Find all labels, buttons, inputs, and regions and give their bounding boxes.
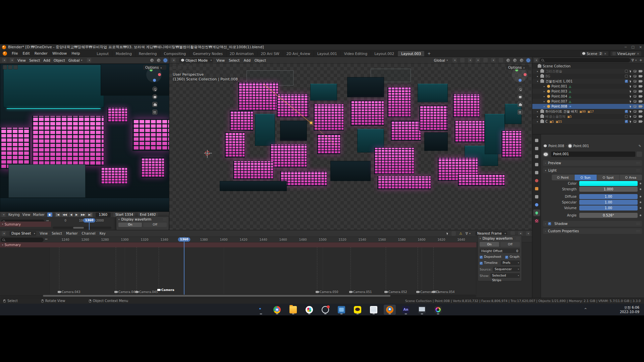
camera-marker[interactable]: Camera.043 [58, 290, 80, 294]
menu-view[interactable]: View [40, 232, 48, 235]
cursor-3d[interactable] [205, 151, 210, 156]
dopesheet-checkbox[interactable]: ✓Dopesheet [480, 255, 501, 259]
outliner-row[interactable]: ▸Point.004◬ [532, 94, 644, 99]
select-extend-icon[interactable] [8, 65, 12, 69]
light-type-icon[interactable] [544, 153, 548, 156]
taskbar-animate-icon[interactable]: An [400, 305, 412, 315]
disable-render-icon[interactable] [639, 90, 642, 93]
properties-tab-constraints-icon[interactable] [533, 193, 540, 200]
selectable-icon[interactable] [630, 110, 632, 113]
expand-icon[interactable]: ▸ [544, 105, 547, 108]
property-value-field[interactable]: 1.000 [579, 187, 638, 192]
menu-view[interactable]: View [22, 213, 31, 217]
outliner-editor[interactable]: ∇ + Scene Collection ▸그리즈펜슬▸BG▾건물한세트 L.0… [532, 57, 644, 134]
workspace-tab-rendering[interactable]: Rendering [136, 51, 161, 56]
disable-render-icon[interactable] [639, 110, 642, 113]
editor-type-icon[interactable] [2, 231, 6, 236]
camera-marker[interactable]: Camera.050 [316, 290, 338, 294]
selectable-icon[interactable] [630, 75, 632, 78]
overlays-icon[interactable] [491, 58, 495, 62]
minimize-button[interactable]: ─ [625, 45, 627, 49]
expand-icon[interactable]: ▾ [537, 80, 540, 83]
snapping-icon[interactable] [526, 231, 530, 236]
timeline-body[interactable]: ↔ 0100020001360 ▾ Summary ▾ Display wave… [0, 218, 169, 230]
prefs-dropdown[interactable]: Prefs [501, 260, 520, 265]
outliner-row[interactable]: ▸Point.003◬ [532, 89, 644, 94]
next-keyframe-button[interactable]: ▶▶ [79, 213, 86, 217]
zoom-icon[interactable] [518, 86, 523, 92]
waveform-off-button[interactable]: Off [143, 223, 167, 227]
graph-checkbox[interactable]: ✓Graph [505, 255, 519, 259]
selectable-icon[interactable] [630, 70, 632, 73]
source-dropdown[interactable]: Sequencer [493, 267, 520, 272]
add-workspace-button[interactable]: + [425, 51, 433, 56]
select-subtract-icon[interactable] [13, 65, 18, 69]
taskbar-start-icon[interactable] [255, 305, 267, 315]
current-frame-field[interactable]: 1360 [96, 213, 111, 217]
shadow-panel-header[interactable]: ›✓Shadow ::: [543, 221, 642, 227]
shading-solid-icon[interactable] [513, 59, 517, 62]
expand-icon[interactable]: ▸ [537, 75, 540, 78]
gizmos-icon[interactable] [483, 58, 488, 62]
menu-select[interactable]: Select [52, 232, 62, 235]
scrollbar-thumb[interactable] [73, 227, 84, 229]
disable-render-icon[interactable] [639, 105, 642, 108]
pan-icon[interactable] [152, 94, 157, 99]
selectable-icon[interactable] [630, 85, 632, 88]
camera-marker[interactable]: Camera [157, 288, 174, 292]
outliner-row[interactable]: ▸하이라이트 건물 배치▣99▣17✓ [532, 109, 644, 114]
sun-light-gizmo[interactable] [310, 122, 312, 124]
preview-panel-header[interactable]: ›Preview ::: [543, 160, 642, 166]
disable-render-icon[interactable] [639, 85, 642, 87]
camera-marker[interactable]: Camera.051 [349, 290, 372, 294]
timeline-current-frame-badge[interactable]: 1360 [83, 218, 95, 223]
selectable-icon[interactable] [630, 115, 632, 118]
outliner-row[interactable]: ▸Point.008☀ [532, 104, 644, 109]
camera-marker[interactable]: Camera.045 [135, 290, 158, 294]
properties-tab-world-icon[interactable] [533, 177, 540, 184]
hide-viewport-icon[interactable] [633, 70, 637, 72]
workspace-tab-modeling[interactable]: Modeling [112, 51, 136, 56]
select-extend-icon[interactable] [183, 65, 187, 69]
keyframe-dot-icon[interactable] [640, 215, 641, 216]
camera-marker[interactable]: Camera.052 [384, 290, 407, 294]
disable-render-icon[interactable] [639, 115, 642, 118]
exclude-checkbox[interactable] [625, 70, 628, 73]
editor-type-icon[interactable] [2, 58, 6, 62]
axis-x-icon[interactable] [158, 73, 161, 76]
workspace-tab-layout-003[interactable]: Layout.003 [398, 51, 425, 56]
waveform-off-button[interactable]: Off [500, 242, 520, 247]
taskbar-clock[interactable]: 오전 6:06 2022-10-09 [620, 305, 639, 314]
viewlayer-unlink-icon[interactable]: × [637, 52, 639, 55]
menu-marker[interactable]: Marker [33, 213, 45, 217]
keyframe-dot-icon[interactable] [640, 207, 641, 209]
snap-icon[interactable] [87, 58, 91, 62]
proportional-edit-icon[interactable] [468, 58, 472, 62]
blender-menu-icon[interactable] [3, 51, 7, 56]
expand-icon[interactable]: ▸ [544, 95, 547, 98]
axis-x-icon[interactable] [524, 73, 527, 76]
taskbar-obs-icon[interactable] [319, 305, 331, 315]
select-box-icon[interactable] [3, 65, 7, 69]
close-button[interactable]: × [639, 45, 642, 49]
axis-z-icon[interactable] [153, 79, 156, 82]
auto-keying-button[interactable]: ● [47, 213, 52, 217]
exclude-checkbox[interactable]: ✓ [625, 80, 628, 83]
hide-viewport-icon[interactable] [633, 120, 637, 123]
height-offset-field[interactable]: Height Offset 0 [480, 248, 520, 253]
camera-view-icon[interactable] [152, 102, 157, 107]
shading-rendered-icon[interactable] [164, 59, 167, 62]
editor-type-icon[interactable] [1, 213, 6, 217]
shading-wireframe-icon[interactable] [506, 59, 510, 62]
properties-editor[interactable]: Point.008 › Point.001 ✎ Point.001 ›Previ… [532, 134, 644, 298]
display-mode-icon[interactable] [534, 58, 538, 62]
hide-viewport-icon[interactable] [633, 85, 637, 87]
properties-tab-object-data-icon[interactable] [533, 209, 540, 216]
fake-user-shield-icon[interactable] [637, 152, 642, 157]
outliner-row[interactable]: ▸C▣5▣55✓ [532, 119, 644, 124]
dope-sheet-search-input[interactable] [1, 238, 44, 242]
maximize-button[interactable]: □ [631, 45, 634, 49]
toolbar-toggle-icon[interactable] [172, 65, 176, 69]
selectable-icon[interactable] [630, 100, 632, 103]
datablock-name-field[interactable]: Point.001 [551, 152, 635, 157]
